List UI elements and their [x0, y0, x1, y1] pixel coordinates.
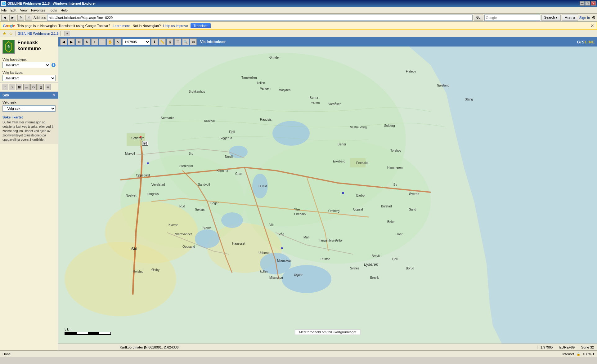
status-projection: EUREF89 — [556, 345, 578, 349]
ie-more-button[interactable]: More » — [562, 15, 578, 21]
svg-point-16 — [221, 212, 243, 228]
protected-mode: 🔒 — [577, 352, 580, 356]
toolbar-btn-3[interactable]: ⊞ — [16, 84, 22, 90]
map-canvas[interactable]: Grinder- Flateby Gjestang Stang Tønekoll… — [58, 47, 597, 344]
velg-sok-label: Velg søk — [2, 100, 56, 104]
toolbar-btn-1[interactable]: ↕ — [2, 84, 8, 90]
map-forward-button[interactable]: ▶ — [68, 38, 75, 45]
velg-sok-section: Velg søk -- Velg søk -- — [0, 99, 58, 113]
ie-search-button[interactable]: Search ▾ — [541, 15, 561, 21]
tools-icon[interactable]: ⚙ — [592, 15, 596, 20]
svg-point-15 — [282, 265, 331, 293]
map-pan-button[interactable]: ✋ — [107, 38, 114, 45]
warning-banner: Med forbehold om feil i kartgrunnlaget — [295, 329, 361, 335]
scale-seg-1 — [65, 332, 77, 334]
menu-help[interactable]: Help — [61, 8, 68, 12]
close-translate-button[interactable]: ✕ — [590, 23, 594, 28]
map-search-ctrl-button[interactable]: 🔍 — [182, 38, 189, 45]
map-zoom-in-button[interactable]: + — [91, 38, 98, 45]
status-zone: Sone 32 — [578, 345, 597, 349]
zoom-value: 100% — [583, 352, 591, 356]
info-icon[interactable]: i — [52, 63, 56, 67]
map-controls: ◀ ▶ ⊕ ↻ + − ✋ ↖ 1:97905 ℹ 📏 🖨 ☰ 🔍 ✉ Vis … — [58, 37, 597, 47]
toolbar-btn-6[interactable]: 🖨 — [38, 84, 44, 90]
app-icon: 🌐 — [1, 1, 6, 6]
velg-karttype-label: Velg karttype: — [2, 71, 56, 74]
svg-point-11 — [229, 146, 248, 158]
vis-infobokser-label[interactable]: Vis infobokser — [200, 40, 226, 44]
translate-button[interactable]: Translate — [191, 23, 211, 28]
map-status-bar: Kartkoordinater [N:6618091, Ø:624336] 1:… — [58, 344, 597, 350]
scale-seg-2 — [77, 332, 88, 334]
map-home-button[interactable]: ⊕ — [76, 38, 83, 45]
close-button[interactable]: ✕ — [591, 1, 596, 6]
minimize-button[interactable]: — — [580, 1, 585, 6]
toolbar-btn-2[interactable]: ℹ — [9, 84, 15, 90]
sok-i-kartet-section: Søke i kartet Du får fram mer informasjo… — [0, 113, 58, 144]
favorites-bar: ★ ☆ GIS/LINE WebInnsyn 2.1.8 + — [0, 30, 597, 37]
toolbar-btn-7[interactable]: ✏ — [45, 84, 51, 90]
address-bar: ◀ ▶ ↻ ✕ Address Go Search ▾ More » Sign … — [0, 14, 597, 22]
coat-of-arms: ⚜ — [2, 40, 15, 54]
velg-sok-select[interactable]: -- Velg søk -- — [2, 105, 56, 112]
ie-search-input[interactable] — [484, 15, 540, 21]
translate-bar: Google This page is in Norwegian. Transl… — [0, 22, 597, 30]
map-toolbar-sidebar: ↕ ℹ ⊞ ☰ XY 🖨 ✏ — [0, 82, 58, 92]
stop-button[interactable]: ✕ — [25, 15, 32, 21]
menu-favorites[interactable]: Favorites — [31, 8, 45, 12]
map-measure-button[interactable]: 📏 — [159, 38, 166, 45]
menu-tools[interactable]: Tools — [49, 8, 57, 12]
learn-more-link[interactable]: Learn more — [113, 24, 130, 28]
map-info-button[interactable]: ℹ — [151, 38, 158, 45]
menu-view[interactable]: View — [20, 8, 28, 12]
map-back-button[interactable]: ◀ — [60, 38, 67, 45]
favorites-item-gisline[interactable]: GIS/LINE WebInnsyn 2.1.8 — [16, 31, 61, 36]
back-button[interactable]: ◀ — [1, 15, 8, 21]
map-print-button[interactable]: 🖨 — [167, 38, 173, 45]
svg-point-10 — [272, 121, 310, 146]
zoom-indicator: 100% ▾ — [583, 352, 595, 356]
municipality-name: Enebakk kommune — [17, 40, 41, 51]
svg-text:⚜: ⚜ — [7, 44, 11, 49]
help-improve-link[interactable]: Help us improve — [163, 24, 188, 28]
ie-status-right: Internet 🔒 100% ▾ — [563, 352, 595, 356]
svg-rect-20 — [147, 162, 149, 164]
map-select-button[interactable]: ↖ — [114, 38, 121, 45]
go-button[interactable]: Go — [474, 15, 483, 21]
svg-rect-22 — [281, 247, 283, 249]
forward-button[interactable]: ▶ — [9, 15, 16, 21]
velg-karttype-select[interactable]: Basiskart — [2, 75, 56, 81]
title-text: GIS/LINE WebInnsyn 2.1.8 - Windows Inter… — [7, 2, 96, 5]
sign-in-link[interactable]: Sign In — [579, 16, 590, 20]
toolbar-btn-4[interactable]: ☰ — [23, 84, 29, 90]
refresh-button[interactable]: ↻ — [17, 15, 24, 21]
zoom-dropdown-icon[interactable]: ▾ — [593, 352, 595, 356]
internet-zone: Internet — [563, 352, 574, 356]
edit-icon[interactable]: ✎ — [52, 93, 56, 97]
menu-file[interactable]: File — [1, 8, 7, 12]
translate-text: This page is in Norwegian. Translate it … — [17, 24, 110, 28]
label-e6: E6 — [142, 141, 148, 146]
map-share-button[interactable]: ✉ — [190, 38, 197, 45]
sok-label: Søk — [2, 93, 9, 97]
map-refresh-button[interactable]: ↻ — [83, 38, 90, 45]
svg-point-12 — [252, 174, 268, 198]
sidebar: ⚜ Enebakk kommune Velg hovedtype: Basisk… — [0, 37, 58, 350]
address-input[interactable] — [47, 15, 472, 21]
menu-edit[interactable]: Edit — [11, 8, 16, 12]
map-layer-button[interactable]: ☰ — [174, 38, 181, 45]
velg-hovedtype-select[interactable]: Basiskart — [2, 62, 50, 68]
map-area: ◀ ▶ ⊕ ↻ + − ✋ ↖ 1:97905 ℹ 📏 🖨 ☰ 🔍 ✉ Vis … — [58, 37, 597, 350]
add-tab-button[interactable]: + — [65, 31, 70, 36]
sok-i-kartet-text: Du får fram mer informasjon og detaljert… — [2, 120, 56, 142]
status-coordinates: Kartkoordinater [N:6618091, Ø:624336] — [117, 345, 537, 349]
sidebar-header: ⚜ Enebakk kommune — [0, 37, 58, 56]
map-zoom-out-button[interactable]: − — [99, 38, 106, 45]
search-panel: Søk ✎ — [0, 92, 58, 99]
toolbar-btn-5[interactable]: XY — [30, 84, 37, 90]
not-norwegian-text: Not in Norwegian? — [133, 24, 161, 28]
scale-select[interactable]: 1:97905 — [122, 39, 150, 45]
maximize-button[interactable]: □ — [585, 1, 590, 6]
warning-text: Med forbehold om feil i kartgrunnlaget — [299, 330, 357, 334]
scale-label: 5 km — [65, 328, 71, 331]
